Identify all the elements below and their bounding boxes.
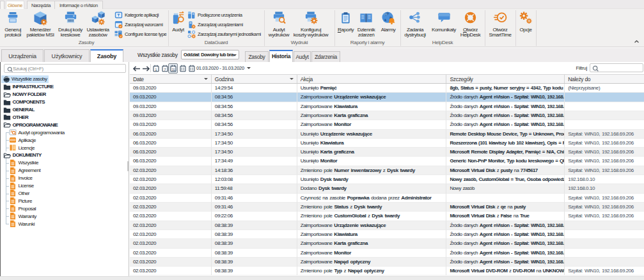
svg-text:31: 31 <box>171 68 175 72</box>
